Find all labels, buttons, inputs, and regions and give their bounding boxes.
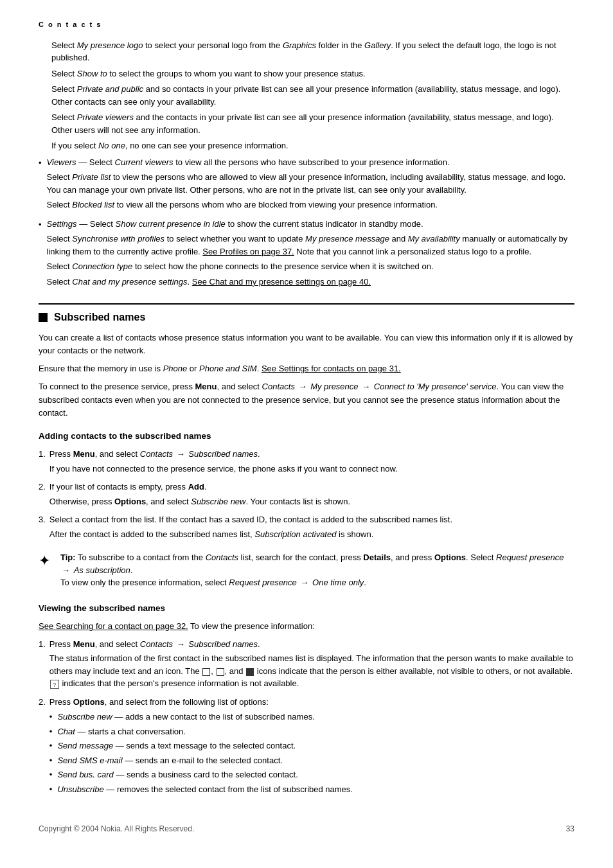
presence-message-link: My presence message <box>305 234 389 244</box>
view-step-2-main: Press Options, and select from the follo… <box>49 696 574 709</box>
chat-link: Chat <box>57 727 75 736</box>
options-bold-1: Options <box>114 497 146 506</box>
subscribed-names-heading: Subscribed names <box>39 303 574 325</box>
step-3-sub: After the contact is added to the subscr… <box>49 528 574 541</box>
option-send-message-text: Send message — sends a text message to t… <box>57 740 296 752</box>
show-to-link: Show to <box>77 69 107 78</box>
step-1-sub: If you have not connected to the presenc… <box>49 463 574 475</box>
contacts-link-3: Contacts <box>140 639 173 649</box>
menu-bold-3: Menu <box>73 639 95 649</box>
add-bold: Add <box>188 482 204 492</box>
step-2-label: 2. <box>39 481 46 493</box>
option-send-sms-email: • Send SMS e-mail — sends an e-mail to t… <box>49 754 574 767</box>
my-presence-link-1: My presence <box>310 382 358 391</box>
my-presence-logo-link: My presence logo <box>77 40 143 50</box>
option-dot-5: • <box>49 768 53 781</box>
icon-unavailable-q: ? <box>50 680 59 689</box>
contacts-link-2: Contacts <box>140 449 173 459</box>
option-dot-4: • <box>49 754 53 767</box>
intro-p1: Select My presence logo to select your p… <box>51 39 574 64</box>
intro-p3: Select Private and public and so contact… <box>51 83 574 108</box>
connection-type-link: Connection type <box>72 261 132 271</box>
option-send-bus-card: • Send bus. card — sends a business card… <box>49 768 574 781</box>
settings-p2: Select Connection type to select how the… <box>47 260 574 273</box>
option-unsubscribe: • Unsubscribe — removes the selected con… <box>49 783 574 796</box>
page-header: C o n t a c t s <box>39 19 574 30</box>
viewing-intro: See Searching for a contact on page 32. … <box>39 620 574 633</box>
subscribe-new-link-1: Subscribe new <box>191 497 245 506</box>
view-step-1-label: 1. <box>39 638 46 651</box>
unsubscribe-link: Unsubscribe <box>57 784 103 794</box>
menu-bold-2: Menu <box>73 449 95 459</box>
my-availability-link: My availability <box>408 234 460 244</box>
view-step-1-sub: The status information of the first cont… <box>49 652 574 690</box>
private-viewers-link: Private viewers <box>77 112 134 122</box>
option-dot-1: • <box>49 711 53 723</box>
settings-contacts-link[interactable]: See Settings for contacts on page 31. <box>262 364 401 373</box>
contacts-link-1: Contacts <box>262 382 295 391</box>
tip-content: Tip: To subscribe to a contact from the … <box>60 551 574 589</box>
option-chat-text: Chat — starts a chat conversation. <box>57 725 185 738</box>
intro-p2: Select Show to to select the groups to w… <box>51 67 574 80</box>
view-step-2-label: 2. <box>39 696 46 709</box>
tip-line2: To view only the presence information, s… <box>60 576 574 589</box>
viewers-link: Viewers <box>47 157 76 167</box>
settings-p3: Select Chat and my presence settings. Se… <box>47 276 574 288</box>
viewing-step-2: 2. Press Options, and select from the fo… <box>39 696 574 798</box>
send-sms-email-link: Send SMS e-mail <box>57 756 122 765</box>
step-2-main: If your list of contacts is empty, press… <box>49 481 574 493</box>
tip-block: ✦ Tip: To subscribe to a contact from th… <box>39 549 574 592</box>
as-subscription-link: As subscription <box>74 565 130 575</box>
bullet-dot-settings: • <box>39 218 42 231</box>
icon-not-available <box>246 668 254 676</box>
view-step-1-main: Press Menu, and select Contacts → Subscr… <box>49 638 574 651</box>
adding-step-2: 2. If your list of contacts is empty, pr… <box>39 481 574 509</box>
page-footer: Copyright © 2004 Nokia. All Rights Reser… <box>39 823 574 835</box>
icon-available <box>202 668 210 676</box>
step-3-main: Select a contact from the list. If the c… <box>49 513 574 526</box>
step-2-sub: Otherwise, press Options, and select Sub… <box>49 495 574 508</box>
subscribed-body3: To connect to the presence service, pres… <box>39 380 574 419</box>
view-step-1-content: Press Menu, and select Contacts → Subscr… <box>49 638 574 692</box>
viewers-bullet: • Viewers — Select Current viewers to vi… <box>39 156 574 214</box>
icon-not-visible <box>217 668 224 676</box>
viewers-intro: Viewers — Select Current viewers to view… <box>47 156 574 169</box>
phone-link: Phone <box>163 364 188 373</box>
viewing-step-1: 1. Press Menu, and select Contacts → Sub… <box>39 638 574 692</box>
intro-p5: If you select No one, no one can see you… <box>51 139 574 152</box>
subscribed-names-title: Subscribed names <box>54 310 145 325</box>
option-dot-3: • <box>49 740 53 752</box>
option-send-bus-card-text: Send bus. card — sends a business card t… <box>57 768 298 781</box>
viewers-content: Viewers — Select Current viewers to view… <box>47 156 574 214</box>
connect-to-link: Connect to 'My presence' service <box>374 382 497 391</box>
step-3-content: Select a contact from the list. If the c… <box>49 513 574 542</box>
viewing-heading: Viewing the subscribed names <box>39 602 574 615</box>
contacts-link-tip: Contacts <box>206 553 238 562</box>
view-step-2-content: Press Options, and select from the follo… <box>49 696 574 798</box>
adding-contacts-heading: Adding contacts to the subscribed names <box>39 430 574 443</box>
footer-copyright: Copyright © 2004 Nokia. All Rights Reser… <box>39 823 194 835</box>
send-bus-card-link: Send bus. card <box>57 770 113 779</box>
step-3-label: 3. <box>39 513 46 526</box>
subscribed-names-link-2: Subscribed names <box>188 639 258 649</box>
profiles-page-link[interactable]: See Profiles on page 37. <box>202 247 294 256</box>
request-presence-link-1: Request presence <box>496 553 564 562</box>
options-bold-tip: Options <box>434 553 466 562</box>
footer-page-number: 33 <box>566 823 574 835</box>
options-bold-2: Options <box>73 697 105 707</box>
chat-settings-page-link[interactable]: See Chat and my presence settings on pag… <box>192 277 371 287</box>
subscribed-body2: Ensure that the memory in use is Phone o… <box>39 362 574 375</box>
tip-icon: ✦ <box>39 550 50 571</box>
settings-intro: Settings — Select Show current presence … <box>47 218 574 231</box>
searching-contact-link[interactable]: See Searching for a contact on page 32. <box>39 621 188 631</box>
step-1-label: 1. <box>39 448 46 461</box>
show-current-link: Show current presence in idle <box>116 219 226 229</box>
chat-presence-link: Chat and my presence settings <box>72 277 187 287</box>
tip-line1: Tip: To subscribe to a contact from the … <box>60 551 574 576</box>
option-send-sms-email-text: Send SMS e-mail — sends an e-mail to the… <box>57 754 282 767</box>
graphics-link: Graphics <box>283 40 316 50</box>
option-unsubscribe-text: Unsubscribe — removes the selected conta… <box>57 783 353 796</box>
subscribed-names-link-1: Subscribed names <box>188 449 258 459</box>
subscription-activated-link: Subscription activated <box>254 529 336 539</box>
option-subscribe-new-text: Subscribe new — adds a new contact to th… <box>57 711 314 723</box>
